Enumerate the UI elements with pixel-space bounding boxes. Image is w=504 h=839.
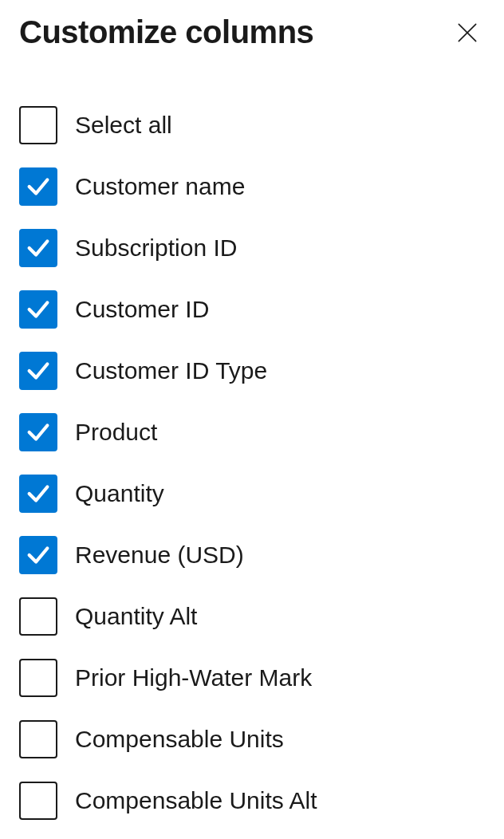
- close-button[interactable]: [450, 15, 485, 50]
- checkbox-row-quantity[interactable]: Quantity: [19, 475, 485, 513]
- checkbox-label-product: Product: [75, 419, 157, 446]
- checkbox-label-customer-name: Customer name: [75, 173, 245, 200]
- checkbox-compensable-units-alt[interactable]: [19, 782, 57, 820]
- checkbox-label-compensable-units-alt: Compensable Units Alt: [75, 787, 317, 814]
- checkbox-label-prior-high-water-mark: Prior High-Water Mark: [75, 664, 312, 691]
- checkbox-quantity-alt[interactable]: [19, 597, 57, 636]
- checkbox-compensable-units[interactable]: [19, 720, 57, 758]
- checkbox-prior-high-water-mark[interactable]: [19, 659, 57, 697]
- checkbox-label-compensable-units: Compensable Units: [75, 726, 284, 753]
- checkbox-customer-id[interactable]: [19, 290, 57, 329]
- checkbox-label-quantity: Quantity: [75, 480, 164, 507]
- check-icon: [25, 419, 52, 446]
- checkbox-label-quantity-alt: Quantity Alt: [75, 603, 197, 630]
- checkbox-row-quantity-alt[interactable]: Quantity Alt: [19, 597, 485, 636]
- checkbox-row-revenue-usd[interactable]: Revenue (USD): [19, 536, 485, 574]
- checkbox-select-all[interactable]: [19, 106, 57, 144]
- checkbox-revenue-usd[interactable]: [19, 536, 57, 574]
- checkbox-label-customer-id-type: Customer ID Type: [75, 357, 267, 384]
- checkbox-row-customer-name[interactable]: Customer name: [19, 167, 485, 206]
- check-icon: [25, 480, 52, 507]
- check-icon: [25, 542, 52, 569]
- close-icon: [455, 20, 480, 45]
- checkbox-row-customer-id[interactable]: Customer ID: [19, 290, 485, 329]
- panel-title: Customize columns: [19, 14, 313, 50]
- checkbox-row-customer-id-type[interactable]: Customer ID Type: [19, 352, 485, 390]
- checkbox-product[interactable]: [19, 413, 57, 451]
- checkbox-subscription-id[interactable]: [19, 229, 57, 267]
- checkbox-label-select-all: Select all: [75, 112, 172, 139]
- checkbox-row-select-all[interactable]: Select all: [19, 106, 485, 144]
- checkbox-label-customer-id: Customer ID: [75, 296, 209, 323]
- checkbox-customer-id-type[interactable]: [19, 352, 57, 390]
- panel-header: Customize columns: [19, 14, 485, 50]
- check-icon: [25, 173, 52, 200]
- check-icon: [25, 296, 52, 323]
- checkbox-row-compensable-units-alt[interactable]: Compensable Units Alt: [19, 782, 485, 820]
- checkbox-customer-name[interactable]: [19, 167, 57, 206]
- checkbox-row-compensable-units[interactable]: Compensable Units: [19, 720, 485, 758]
- check-icon: [25, 234, 52, 262]
- column-checkbox-list: Select allCustomer nameSubscription IDCu…: [19, 106, 485, 820]
- check-icon: [25, 357, 52, 384]
- checkbox-label-revenue-usd: Revenue (USD): [75, 542, 244, 569]
- checkbox-quantity[interactable]: [19, 475, 57, 513]
- checkbox-label-subscription-id: Subscription ID: [75, 234, 237, 262]
- checkbox-row-subscription-id[interactable]: Subscription ID: [19, 229, 485, 267]
- checkbox-row-product[interactable]: Product: [19, 413, 485, 451]
- customize-columns-panel: Customize columns Select allCustomer nam…: [0, 0, 504, 834]
- checkbox-row-prior-high-water-mark[interactable]: Prior High-Water Mark: [19, 659, 485, 697]
